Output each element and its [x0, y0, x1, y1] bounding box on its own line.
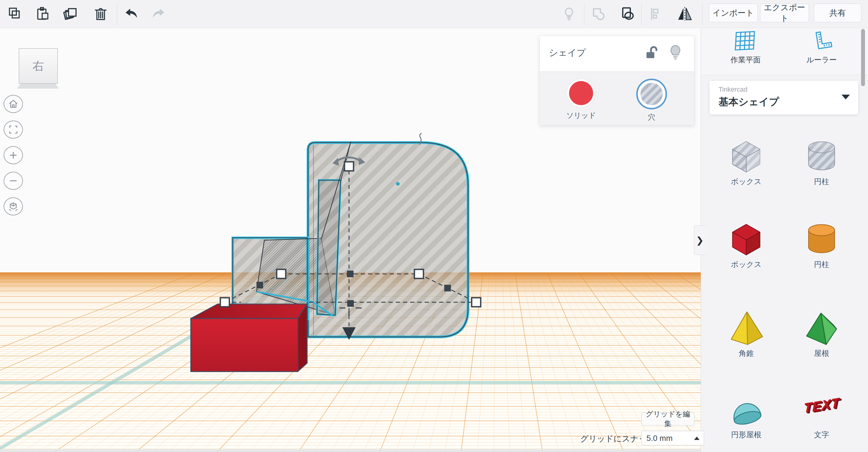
tinkercad-app: インポート エクスポート 共有 右 シェイプ [0, 0, 868, 452]
shape-item-label: 円形屋根 [709, 430, 784, 440]
shape-item-roof[interactable]: 屋根 [784, 308, 859, 358]
hole-striped-circle [640, 83, 663, 105]
lock-icon[interactable] [645, 45, 658, 61]
shape-item-text[interactable]: TEXT 文字 [784, 389, 859, 440]
align-icon[interactable] [647, 5, 664, 22]
text-glyph: TEXT [804, 395, 840, 416]
zoom-in-button[interactable] [4, 146, 23, 164]
solid-swatch[interactable]: ソリッド [547, 79, 616, 120]
home-icon [8, 99, 19, 109]
workplane-tool[interactable]: 作業平面 [715, 31, 776, 65]
redo-icon[interactable] [151, 5, 167, 22]
library-brand: Tinkercad [718, 86, 747, 93]
red-box-shape[interactable] [191, 304, 307, 372]
orange-cylinder-icon [802, 219, 841, 258]
toolbar-divider [641, 3, 642, 25]
scale-handle-back-left[interactable] [277, 269, 286, 279]
share-button[interactable]: 共有 [814, 4, 861, 22]
snap-point-dot [396, 182, 400, 186]
top-toolbar: インポート エクスポート 共有 [0, 0, 868, 28]
ruler-tool[interactable]: ルーラー [792, 31, 852, 65]
shape-item-label: 屋根 [784, 348, 859, 358]
shape-item-label: 角錐 [709, 348, 784, 358]
view-cube-face-label: 右 [33, 59, 44, 74]
fit-view-icon [8, 125, 18, 134]
library-scrollbar[interactable] [861, 29, 865, 86]
shape-item-label: ボックス [709, 176, 784, 187]
snap-grid-value: 5.0 mm [647, 433, 673, 443]
hole-cylinder-icon [802, 136, 841, 175]
solid-color-circle [569, 81, 593, 105]
shape-item-box[interactable]: ボックス [709, 219, 784, 269]
mirror-icon[interactable] [676, 5, 693, 22]
chevron-right-icon: ❯ [696, 235, 704, 246]
perspective-toggle-button[interactable] [4, 197, 23, 216]
scale-handle-front-right[interactable] [472, 298, 481, 307]
shape-item-hole-box[interactable]: ボックス [709, 136, 784, 187]
shape-item-label: ボックス [709, 259, 784, 269]
duplicate-icon[interactable] [63, 5, 80, 22]
delete-icon[interactable] [92, 5, 109, 22]
paste-icon[interactable] [34, 5, 51, 22]
copy-icon[interactable] [6, 5, 23, 22]
import-button[interactable]: インポート [709, 4, 758, 22]
shape-library-panel: 作業平面 ルーラー Tinkercad 基本シェイプ [701, 28, 868, 452]
chevron-down-icon [841, 95, 850, 99]
edge-handle-back[interactable] [347, 270, 353, 277]
workplane-label: 作業平面 [715, 55, 776, 65]
shape-item-cylinder[interactable]: 円柱 [784, 219, 859, 269]
home-view-button[interactable] [4, 95, 23, 113]
ruler-icon [810, 31, 833, 53]
shape-item-round-roof[interactable]: 円形屋根 [709, 389, 784, 440]
hole-swatch[interactable]: 穴 [617, 79, 686, 122]
chevron-up-icon [694, 437, 700, 440]
view-cube[interactable]: 右 [19, 48, 58, 84]
solid-label: ソリッド [547, 110, 616, 120]
snap-grid-select[interactable]: 5.0 mm [641, 431, 704, 445]
edit-grid-button[interactable]: グリッドを編集 [641, 412, 694, 425]
edge-handle-front[interactable] [347, 300, 354, 307]
edge-handle-left[interactable] [256, 282, 263, 288]
shape-item-hole-cylinder[interactable]: 円柱 [784, 136, 859, 187]
group-icon[interactable] [590, 5, 607, 22]
zoom-out-icon [8, 176, 18, 186]
scale-handle-back-right[interactable] [414, 269, 424, 279]
library-category: 基本シェイプ [718, 95, 779, 109]
view-cube-shadow [17, 83, 59, 89]
shape-panel-title: シェイプ [549, 47, 586, 59]
pyramid-icon [727, 308, 766, 347]
hole-label: 穴 [617, 112, 686, 122]
shape-inspector-body: ソリッド 穴 [540, 72, 694, 125]
panel-collapse-tab[interactable]: ❯ [694, 225, 706, 255]
hole-box-icon [727, 136, 766, 175]
shape-item-pyramid[interactable]: 角錐 [709, 308, 784, 358]
text-shape-icon: TEXT [784, 389, 859, 428]
fit-view-button[interactable] [4, 121, 23, 139]
undo-icon[interactable] [122, 5, 139, 22]
edge-handle-right[interactable] [444, 285, 451, 291]
scale-handle-front-left[interactable] [220, 298, 229, 307]
shape-inspector-header: シェイプ [540, 36, 694, 72]
toolbar-divider [584, 3, 584, 25]
scene-tools-section: 作業平面 ルーラー [701, 28, 868, 75]
shape-item-label: 円柱 [784, 176, 859, 187]
export-button[interactable]: エクスポート [760, 4, 809, 22]
perspective-icon [8, 201, 19, 212]
scale-z-handle[interactable] [344, 162, 353, 171]
ungroup-icon[interactable] [620, 5, 637, 22]
roof-icon [802, 308, 841, 347]
zoom-out-button[interactable] [4, 172, 23, 190]
round-roof-icon [727, 389, 766, 428]
red-box-icon [727, 219, 766, 258]
toolbar-divider [117, 3, 117, 25]
ruler-label: ルーラー [792, 55, 852, 65]
zoom-in-icon [8, 150, 18, 160]
workplane-icon [734, 31, 757, 53]
show-all-icon[interactable] [561, 5, 578, 22]
hide-bulb-icon[interactable] [669, 44, 682, 61]
shape-inspector-panel: シェイプ ソリッド 穴 [539, 36, 694, 125]
shape-item-label: 円柱 [784, 259, 859, 269]
shape-category-dropdown[interactable]: Tinkercad 基本シェイプ [710, 81, 858, 115]
shape-item-label: 文字 [784, 430, 859, 440]
toolbar-divider [702, 3, 703, 25]
